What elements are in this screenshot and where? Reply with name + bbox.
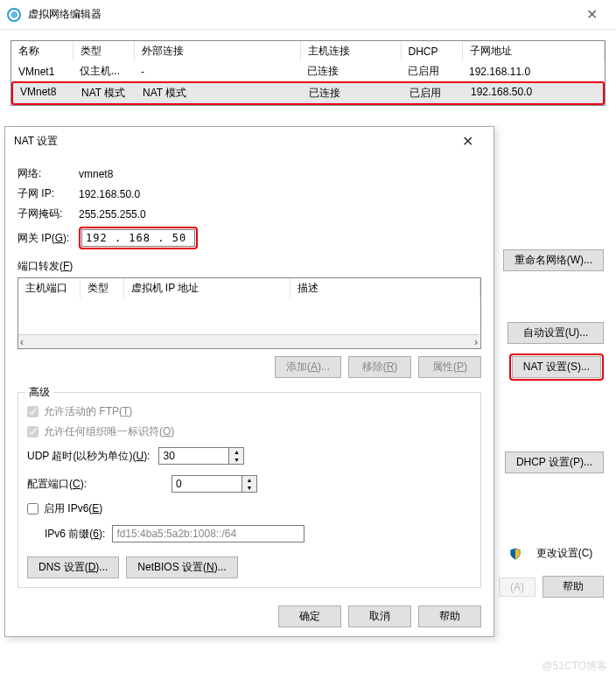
ok-button[interactable]: 确定: [278, 606, 341, 627]
dns-settings-button[interactable]: DNS 设置(D)...: [27, 556, 119, 578]
help-button[interactable]: 帮助: [542, 576, 604, 598]
rename-network-button[interactable]: 重命名网络(W)...: [503, 249, 604, 271]
advanced-legend: 高级: [25, 385, 53, 400]
dialog-help-button[interactable]: 帮助: [418, 606, 481, 627]
allow-ftp-checkbox[interactable]: [27, 406, 38, 417]
allow-ftp-label: 允许活动的 FTP(T): [44, 404, 132, 419]
col-ext[interactable]: 外部连接: [134, 41, 300, 61]
portfwd-remove-button[interactable]: 移除(R): [348, 356, 411, 378]
allow-org-label: 允许任何组织唯一标识符(O): [44, 424, 174, 439]
window-close-icon[interactable]: ✕: [574, 6, 609, 23]
horizontal-scrollbar[interactable]: ‹›: [18, 334, 480, 348]
network-table[interactable]: 名称 类型 外部连接 主机连接 DHCP 子网地址 VMnet1 仅主机... …: [10, 40, 606, 106]
portfwd-table[interactable]: 主机端口 类型 虚拟机 IP 地址 描述 ‹›: [18, 277, 481, 349]
pf-col-type[interactable]: 类型: [80, 278, 123, 298]
enable-ipv6-label: 启用 IPv6(E): [44, 501, 102, 516]
nat-settings-button[interactable]: NAT 设置(S)...: [512, 356, 601, 378]
pf-col-desc[interactable]: 描述: [290, 278, 480, 298]
app-icon: ⊕: [7, 8, 21, 22]
subnet-label: 子网 IP:: [18, 186, 79, 201]
spin-down-icon[interactable]: ▼: [242, 484, 256, 492]
advanced-group: 高级 允许活动的 FTP(T) 允许任何组织唯一标识符(O) UDP 超时(以秒…: [18, 392, 481, 588]
portfwd-add-button[interactable]: 添加(A)...: [275, 356, 341, 378]
mask-value: 255.255.255.0: [79, 208, 146, 220]
pf-col-vmip[interactable]: 虚拟机 IP 地址: [123, 278, 290, 298]
dialog-title: NAT 设置: [14, 134, 450, 149]
table-header-row: 名称 类型 外部连接 主机连接 DHCP 子网地址: [11, 41, 605, 61]
scroll-right-icon[interactable]: ›: [474, 336, 478, 348]
col-type[interactable]: 类型: [73, 41, 134, 61]
config-port-input[interactable]: [172, 475, 242, 493]
ipv6-prefix-label: IPv6 前缀(6):: [45, 527, 105, 542]
config-port-label: 配置端口(C):: [27, 477, 163, 492]
col-dhcp[interactable]: DHCP: [401, 41, 462, 61]
spin-up-icon[interactable]: ▲: [242, 476, 256, 484]
change-settings-button[interactable]: 更改设置(C): [525, 543, 604, 564]
cancel-button[interactable]: 取消: [348, 606, 411, 627]
a-button[interactable]: (A): [499, 578, 536, 597]
mask-label: 子网掩码:: [18, 206, 79, 221]
gateway-label: 网关 IP(G):: [18, 231, 79, 246]
portfwd-label: 端口转发(F): [18, 259, 481, 274]
allow-org-checkbox[interactable]: [27, 426, 38, 438]
network-value: vmnet8: [79, 168, 113, 180]
col-name[interactable]: 名称: [11, 41, 73, 61]
network-label: 网络:: [18, 166, 79, 181]
dhcp-settings-button[interactable]: DHCP 设置(P)...: [505, 452, 604, 473]
udp-timeout-label: UDP 超时(以秒为单位)(U):: [27, 449, 150, 464]
gateway-input[interactable]: [81, 229, 195, 247]
col-host[interactable]: 主机连接: [300, 41, 401, 61]
udp-timeout-input[interactable]: [158, 447, 228, 465]
ipv6-prefix-input[interactable]: [112, 525, 304, 542]
auto-settings-button[interactable]: 自动设置(U)...: [508, 322, 604, 344]
table-row-selected[interactable]: VMnet8 NAT 模式 NAT 模式 已连接 已启用 192.168.50.…: [11, 81, 605, 105]
watermark: @51CTO博客: [542, 659, 607, 674]
nat-settings-dialog: NAT 设置 ✕ 网络:vmnet8 子网 IP:192.168.50.0 子网…: [4, 126, 494, 637]
dialog-close-icon[interactable]: ✕: [450, 133, 485, 150]
shield-icon: [509, 548, 522, 560]
portfwd-props-button[interactable]: 属性(P): [418, 356, 481, 378]
col-subnet[interactable]: 子网地址: [462, 41, 605, 61]
subnet-value: 192.168.50.0: [79, 188, 140, 200]
pf-col-hostport[interactable]: 主机端口: [18, 278, 80, 298]
scroll-left-icon[interactable]: ‹: [20, 336, 24, 348]
table-row[interactable]: VMnet1 仅主机... - 已连接 已启用 192.168.11.0: [11, 61, 605, 81]
netbios-settings-button[interactable]: NetBIOS 设置(N)...: [126, 556, 237, 578]
window-title: 虚拟网络编辑器: [28, 7, 574, 22]
spin-down-icon[interactable]: ▼: [229, 456, 243, 464]
spin-up-icon[interactable]: ▲: [229, 448, 243, 456]
enable-ipv6-checkbox[interactable]: [27, 503, 38, 514]
